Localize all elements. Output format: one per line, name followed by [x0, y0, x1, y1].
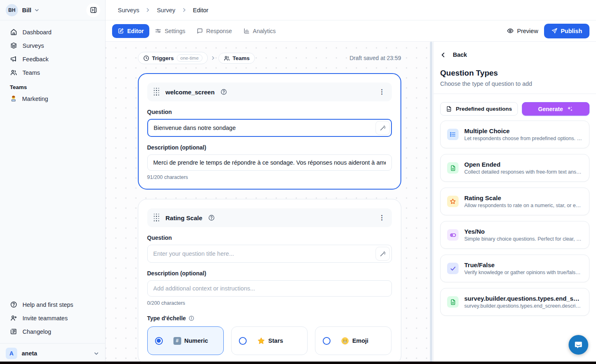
send-icon [551, 28, 558, 34]
question-type-title: Multiple Choice [464, 127, 583, 134]
back-label: Back [453, 51, 467, 58]
question-card-header: Rating Scale ⋮ [147, 208, 392, 227]
scale-option-label: Stars [268, 337, 283, 344]
sidebar-item-invite[interactable]: Invite teammates [0, 311, 105, 325]
breadcrumb-editor[interactable]: Editor [193, 7, 209, 13]
sidebar-item-dashboard[interactable]: Dashboard [0, 25, 105, 39]
tab-settings[interactable]: Settings [149, 24, 191, 38]
chat-launcher-button[interactable] [569, 335, 588, 355]
main-area: Surveys Survey Editor Editor Settings Re… [106, 0, 596, 364]
tab-label: Response [206, 28, 232, 34]
question-type-end-screen[interactable]: survey.builder.questions.types.end_scr..… [440, 288, 589, 316]
sparkles-icon [567, 106, 573, 112]
teams-section-header: Teams [0, 79, 105, 92]
question-type-true-false[interactable]: True/False Verify knowledge or gather op… [440, 255, 589, 282]
drag-handle-icon[interactable] [154, 88, 160, 96]
tab-label: Settings [164, 28, 185, 34]
layers-icon [10, 42, 17, 49]
sidebar-item-help[interactable]: Help and first steps [0, 298, 105, 311]
question-type-open-ended[interactable]: Open Ended Collect detailed responses wi… [440, 154, 589, 182]
question-type-yes-no[interactable]: Yes/No Simple binary choice questions. P… [440, 221, 589, 249]
question-type-title: Yes/No [464, 228, 583, 235]
sidebar-item-surveys[interactable]: Surveys [0, 39, 105, 52]
generate-button[interactable]: Generate [522, 102, 589, 116]
magic-wand-button[interactable] [376, 121, 390, 135]
clock-icon [143, 55, 149, 61]
check-icon [447, 263, 459, 274]
sidebar-item-feedback[interactable]: Feedback [0, 52, 105, 66]
sidebar-footer: Help and first steps Invite teammates Ch… [0, 295, 105, 340]
question-type-title: Open Ended [464, 161, 583, 168]
question-card-title: Rating Scale [166, 214, 202, 221]
preview-button[interactable]: Preview [507, 27, 538, 34]
scale-option-numeric[interactable]: # Numeric [147, 326, 224, 355]
scale-option-emoji[interactable]: Emoji [315, 326, 391, 355]
question-type-description: Allow respondents to rate on a numeric, … [464, 203, 583, 208]
magic-wand-button[interactable] [376, 247, 390, 261]
survey-canvas: Triggers one-time Teams Draft saved at 2… [106, 42, 433, 364]
chevron-down-icon[interactable] [34, 7, 40, 13]
scale-type-options: # Numeric Stars [147, 326, 392, 355]
question-type-multiple-choice[interactable]: Multiple Choice Let respondents choose f… [440, 121, 589, 148]
breadcrumb-surveys[interactable]: Surveys [118, 7, 139, 13]
sidebar-item-team-marketing[interactable]: Marketing [0, 92, 105, 105]
workspace-name[interactable]: Bill [22, 7, 31, 13]
help-circle-icon[interactable] [220, 89, 227, 95]
drag-handle-icon[interactable] [154, 214, 160, 222]
file-code-icon [446, 106, 452, 112]
breadcrumb-survey[interactable]: Survey [157, 7, 175, 13]
question-type-title: True/False [464, 261, 583, 268]
chat-bubble-icon [574, 340, 583, 350]
question-type-rating-scale[interactable]: Rating Scale Allow respondents to rate o… [440, 188, 589, 215]
question-title-input[interactable] [147, 245, 392, 263]
chevron-left-icon [440, 52, 446, 58]
tab-analytics[interactable]: Analytics [238, 24, 281, 38]
question-description-input[interactable] [147, 280, 392, 297]
predefined-questions-button[interactable]: Predefined questions [440, 102, 518, 116]
publish-button[interactable]: Publish [544, 24, 589, 38]
triggers-label: Triggers [152, 55, 174, 61]
chevron-down-icon [93, 351, 99, 357]
back-button[interactable]: Back [440, 51, 589, 60]
triggers-chip[interactable]: Triggers one-time [138, 52, 208, 64]
kebab-menu-icon[interactable]: ⋮ [379, 89, 385, 95]
info-icon[interactable] [189, 315, 194, 321]
canvas-scrollbar[interactable] [430, 42, 432, 364]
user-menu[interactable]: A aneta [6, 348, 99, 359]
char-count: 91/200 characters [147, 174, 392, 180]
sidebar-item-changelog[interactable]: Changelog [0, 325, 105, 338]
panel-title: Question Types [440, 69, 589, 78]
scale-option-stars[interactable]: Stars [231, 326, 308, 355]
help-circle-icon[interactable] [208, 214, 215, 221]
sidebar-item-label: Changelog [22, 328, 51, 335]
tab-label: Editor [127, 28, 144, 34]
users-icon [224, 55, 230, 61]
kebab-menu-icon[interactable]: ⋮ [379, 214, 385, 221]
sidebar-collapse-button[interactable] [86, 3, 100, 17]
star-icon [447, 196, 459, 207]
publish-label: Publish [561, 28, 582, 34]
scale-type-label: Type d'échelle [147, 315, 186, 322]
tab-label: Analytics [253, 28, 276, 34]
question-type-description: survey.builder.questions.types.end_scree… [464, 303, 583, 309]
document-icon [447, 162, 459, 174]
tab-response[interactable]: Response [191, 24, 238, 38]
sidebar-item-label: Dashboard [22, 29, 52, 36]
star-emoji-icon [257, 337, 265, 345]
technologist-emoji [10, 95, 17, 102]
question-card-rating-scale[interactable]: Rating Scale ⋮ Question Description (o [138, 199, 401, 364]
help-circle-icon [10, 301, 17, 308]
question-card-welcome-screen[interactable]: welcome_screen ⋮ Question Description [138, 73, 401, 190]
teams-chip-label: Teams [233, 55, 250, 61]
teams-chip[interactable]: Teams [218, 53, 255, 64]
question-description-input[interactable] [147, 154, 392, 171]
generate-label: Generate [538, 106, 563, 112]
tab-editor[interactable]: Editor [112, 24, 149, 38]
question-title-input[interactable] [147, 119, 392, 137]
team-label: Marketing [22, 96, 48, 102]
home-icon [10, 29, 17, 36]
preview-label: Preview [517, 28, 538, 34]
sidebar-item-teams[interactable]: Teams [0, 66, 105, 79]
users-icon [10, 69, 17, 76]
workspace-avatar[interactable]: BH [6, 4, 18, 16]
